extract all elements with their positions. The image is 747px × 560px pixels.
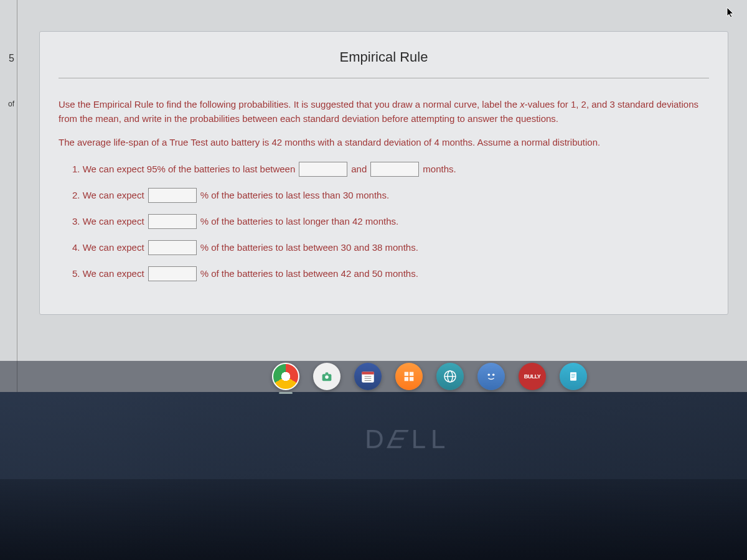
q1-mid: and [351,164,367,174]
active-indicator [279,392,293,394]
q1-pre: 1. We can expect 95% of the batteries to… [72,164,295,174]
q1-post: months. [423,164,456,174]
question-1: 1. We can expect 95% of the batteries to… [59,162,709,177]
quiz-body: Use the Empirical Rule to find the follo… [40,78,728,314]
instruction-text: Use the Empirical Rule to find the follo… [59,97,709,126]
svg-rect-16 [570,372,576,380]
app-cyan-icon[interactable] [560,363,587,390]
taskbar-chrome-wrapper [272,363,299,390]
cursor-icon [726,6,736,19]
question-number: 5 [9,53,14,64]
q1-input-b[interactable] [370,162,419,177]
camera-glyph-icon [320,370,334,383]
q4-pre: 4. We can expect [72,242,144,253]
context-text: The average life-span of a True Test aut… [59,135,709,149]
svg-point-14 [488,373,491,376]
grid-glyph-icon [402,370,416,383]
content-panel: Empirical Rule Use the Empirical Rule to… [17,0,747,392]
q3-post: % of the batteries to last longer than 4… [200,216,399,226]
globe-glyph-icon [443,369,458,384]
q4-input[interactable] [148,240,197,255]
svg-rect-8 [410,372,413,376]
question-4: 4. We can expect % of the batteries to l… [59,240,709,255]
q3-pre: 3. We can expect [72,216,144,226]
quiz-title: Empirical Rule [59,32,709,78]
svg-rect-7 [405,372,408,376]
screen-area: 5 of Empirical Rule Use the Empirical Ru… [0,0,747,392]
app-teal-icon[interactable] [436,363,464,390]
q3-input[interactable] [148,214,197,229]
document-glyph-icon [567,370,580,383]
face-glyph-icon [484,370,498,383]
q4-post: % of the batteries to last between 30 an… [200,242,418,253]
camera-app-icon[interactable] [313,363,341,390]
q1-input-a[interactable] [299,162,347,177]
bully-block-icon[interactable]: BULLY [519,363,546,390]
q2-pre: 2. We can expect [72,190,144,200]
taskbar: BULLY [0,361,747,392]
svg-rect-3 [362,371,374,374]
app-orange-icon[interactable] [395,363,423,390]
q2-post: % of the batteries to last less than 30 … [200,190,390,200]
question-3: 3. We can expect % of the batteries to l… [59,214,709,229]
q2-input[interactable] [148,188,197,203]
left-sidebar: 5 of [0,0,17,392]
q5-input[interactable] [148,266,197,281]
question-of-label: of [8,100,14,108]
app-blue-icon[interactable] [477,363,505,390]
q5-pre: 5. We can expect [72,268,144,279]
svg-rect-9 [405,377,408,381]
instruction-x-var: x [520,99,525,110]
svg-point-1 [325,375,329,379]
q5-post: % of the batteries to last between 42 an… [200,268,418,279]
question-5: 5. We can expect % of the batteries to l… [59,266,709,281]
quiz-card: Empirical Rule Use the Empirical Rule to… [39,31,728,315]
dell-logo: DELL [365,424,450,454]
svg-point-15 [492,373,495,376]
calendar-icon[interactable] [354,363,382,390]
instruction-part1: Use the Empirical Rule to find the follo… [59,99,520,110]
laptop-bezel [0,479,747,560]
question-2: 2. We can expect % of the batteries to l… [59,188,709,203]
calendar-glyph-icon [360,368,376,385]
svg-rect-10 [410,377,413,381]
bully-label: BULLY [524,373,541,380]
chrome-icon[interactable] [272,363,299,390]
